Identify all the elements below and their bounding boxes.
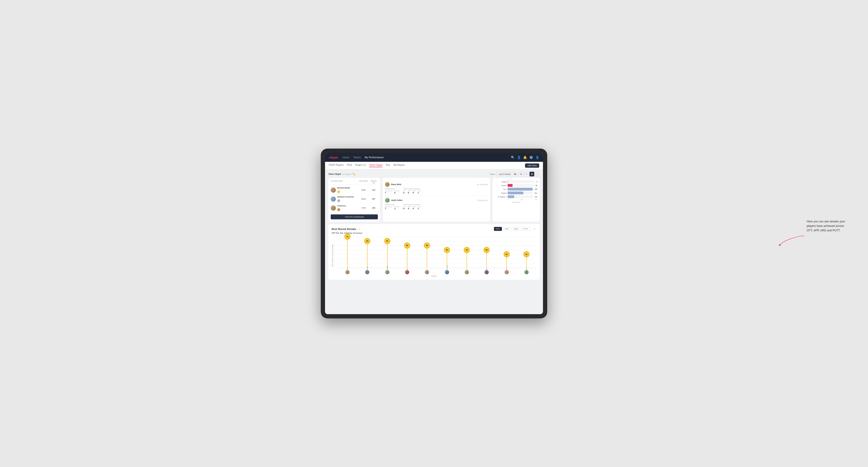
tablet-frame: clippd Home Teams My Performance 🔍 👤 🔔 ⚙… bbox=[321, 149, 547, 318]
stats-row: OTT 0 APP 0 ARG 0 bbox=[403, 206, 421, 210]
nav-teams[interactable]: Teams bbox=[353, 156, 361, 159]
chart-view-toggle[interactable]: ↕ bbox=[535, 172, 540, 177]
streak-bubble: 7x bbox=[344, 234, 350, 240]
search-icon[interactable]: 🔍 bbox=[511, 156, 515, 159]
avatar-icon[interactable]: 👤 bbox=[535, 156, 539, 159]
ott-value: 0 bbox=[403, 191, 406, 194]
player-dot bbox=[385, 270, 390, 274]
player-name: Cameron... bbox=[337, 205, 358, 207]
table-row[interactable]: Edward Crossman 2 18/20 107 bbox=[331, 195, 378, 204]
bar-label: Pars bbox=[495, 188, 507, 190]
stat-date: 26 Aug 2023 bbox=[477, 199, 488, 201]
settings-icon[interactable]: ⚙️ bbox=[529, 156, 533, 159]
stat-item: OTT 0 bbox=[403, 206, 406, 210]
stat-item: Practice 2 bbox=[394, 206, 400, 210]
y-tick: 5 bbox=[334, 245, 338, 247]
add-team-button[interactable]: Add Team bbox=[525, 163, 539, 168]
stat-item: PUTT 1 bbox=[417, 190, 421, 194]
total-rounds-label: Total Rounds bbox=[385, 204, 399, 206]
nav-home[interactable]: Home bbox=[342, 156, 349, 159]
bar-value: 3 bbox=[536, 181, 537, 183]
rounds-group: Total Rounds Tournament 7 Practice 2 bbox=[385, 204, 399, 210]
player-info: Cameron... 3 bbox=[337, 205, 358, 211]
y-ticks: 7 6 5 4 3 2 1 0 bbox=[334, 237, 338, 274]
streak-bubble: 4x bbox=[444, 247, 450, 253]
nav-links: Home Teams My Performance bbox=[342, 156, 511, 159]
subnav-pgat[interactable]: PGAT Players bbox=[329, 164, 343, 167]
streak-bubble: 3x bbox=[503, 251, 510, 257]
edit-icon[interactable]: ✏️ bbox=[352, 173, 355, 176]
subnav-team-clippd[interactable]: Team Clippd bbox=[369, 164, 382, 167]
nav-my-performance[interactable]: My Performance bbox=[365, 156, 384, 159]
streaks-title: Best Round Streaks bbox=[332, 228, 356, 230]
streak-bubble: 5x bbox=[424, 243, 430, 249]
stat-player-name: Rees Britt bbox=[391, 183, 477, 186]
putt-value: 1 bbox=[417, 207, 421, 210]
bell-icon[interactable]: 🔔 bbox=[523, 156, 527, 159]
y-tick: 0 bbox=[334, 266, 338, 268]
bar-row: Eagles 3 bbox=[495, 180, 537, 183]
player-dot bbox=[524, 270, 529, 274]
tournament-value: 7 bbox=[385, 207, 393, 210]
player-dot bbox=[405, 270, 409, 274]
bar-row: Birdies 96 bbox=[495, 184, 537, 187]
chart-footer: Total Shots bbox=[495, 201, 537, 203]
subnav-pga[interactable]: PGA bbox=[347, 164, 352, 167]
subnav-hcaps[interactable]: Hcaps 1-5 bbox=[355, 164, 366, 167]
user-icon[interactable]: 👤 bbox=[517, 156, 521, 159]
streak-bubble: 6x bbox=[384, 238, 390, 244]
filter-ott[interactable]: OTT bbox=[494, 227, 502, 231]
subnav-all-players[interactable]: All Players bbox=[394, 164, 404, 167]
sub-nav: PGAT Players PGA Hcaps 1-5 Team Clippd T… bbox=[325, 162, 543, 169]
bar-fill bbox=[507, 184, 513, 187]
bar-row: D. Bogeys + 131 bbox=[495, 195, 537, 198]
table-row[interactable]: Richard Butler 1 19/20 110 bbox=[331, 186, 378, 195]
streak-bubble: 4x bbox=[484, 247, 490, 253]
player-info: Edward Crossman 2 bbox=[337, 196, 358, 202]
player-dot bbox=[504, 270, 509, 274]
ott-value: 0 bbox=[403, 207, 406, 210]
rank-badge: 1 bbox=[337, 190, 340, 193]
bar-container bbox=[507, 188, 533, 191]
bar-fill bbox=[507, 188, 533, 191]
player-score: 18/20 bbox=[358, 198, 369, 200]
subnav-tour[interactable]: Tour bbox=[385, 164, 390, 167]
bar-row: Bogeys 311 bbox=[495, 191, 537, 194]
controls-row: Team Clippd 14 Players ✏️ Show Last 3 mo… bbox=[328, 172, 540, 177]
bar-chart-panel: Eagles 3 Birdies 96 bbox=[493, 178, 540, 222]
filter-app[interactable]: APP bbox=[503, 227, 511, 231]
bar-row: Pars 499 bbox=[495, 188, 537, 191]
player-name: Edward Crossman bbox=[337, 196, 358, 198]
bar-container bbox=[507, 191, 533, 194]
annotation-arrow-right: ← bbox=[533, 227, 536, 231]
player-avg: 110 bbox=[369, 189, 378, 191]
stats-row: Tournament 7 Practice 2 bbox=[385, 206, 399, 210]
bar-fill bbox=[507, 180, 508, 183]
stat-player-header: Josh Coles 26 Aug 2023 bbox=[385, 198, 488, 203]
y-tick: 4 bbox=[334, 249, 338, 251]
list-view-toggle[interactable]: ≡ bbox=[524, 172, 529, 177]
view-leaderboard-button[interactable]: View Full Leaderboard bbox=[331, 214, 378, 219]
annotation-arrow-svg bbox=[778, 234, 807, 248]
rounds-group: Total Rounds Tournament 7 Practice 6 bbox=[385, 188, 399, 194]
table-row[interactable]: Cameron... 3 17/20 103 bbox=[331, 204, 378, 213]
streak-line bbox=[407, 246, 407, 268]
player-dot bbox=[465, 270, 469, 274]
bar-value: 96 bbox=[535, 185, 537, 186]
player-avg: 103 bbox=[369, 207, 378, 209]
stat-item: APP 0 bbox=[408, 206, 411, 210]
bar-fill bbox=[507, 191, 523, 194]
show-select[interactable]: Last 3 months Last 6 months Last 12 mont… bbox=[496, 172, 517, 176]
filter-putt[interactable]: PUTT bbox=[521, 227, 530, 231]
table-view-toggle[interactable]: ▤ bbox=[530, 172, 534, 177]
annotation-text: Here you can see streaks your players ha… bbox=[807, 219, 849, 233]
stat-item: Tournament 7 bbox=[385, 206, 393, 210]
stat-item: PUTT 1 bbox=[417, 206, 421, 210]
bar-container bbox=[507, 195, 533, 198]
app-value: 0 bbox=[408, 207, 411, 210]
stats-grid: Total Rounds Tournament 7 Practice 2 bbox=[385, 204, 488, 210]
streaks-subtitle: Off The Tee, Fairway Accuracy bbox=[332, 232, 536, 234]
grid-view-toggle[interactable]: ⊞ bbox=[519, 172, 523, 177]
stats-row: OTT 0 APP 0 ARG 0 bbox=[403, 190, 421, 194]
filter-arg[interactable]: ARG bbox=[512, 227, 520, 231]
